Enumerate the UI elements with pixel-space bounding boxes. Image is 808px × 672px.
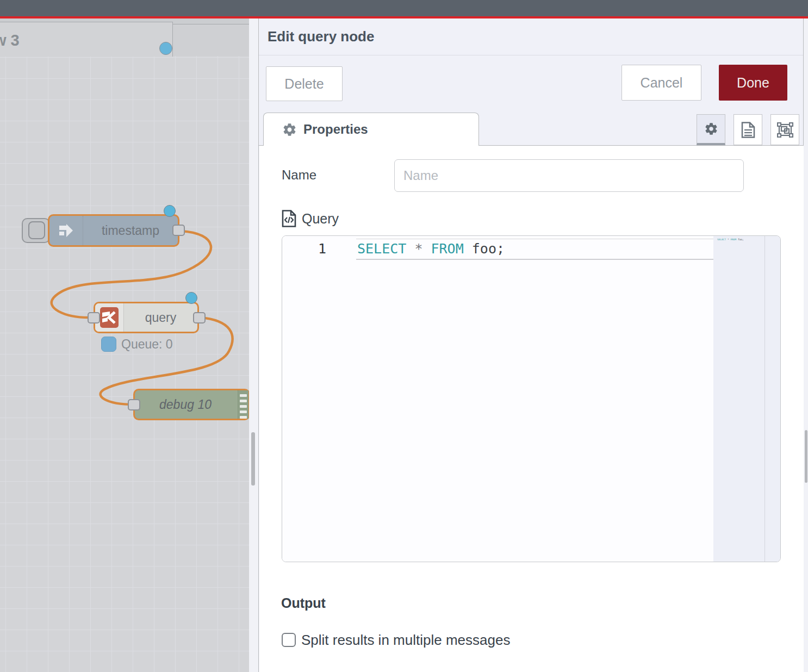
sql-identifier: foo; (472, 241, 505, 257)
delete-button[interactable]: Delete (266, 66, 343, 101)
editor-code-line[interactable]: SELECT * FROM foo; (357, 241, 505, 257)
sql-code-editor[interactable]: 1 SELECT * FROM foo; SELECT * FROM foo; (282, 235, 781, 562)
split-results-checkbox[interactable] (282, 633, 296, 647)
file-code-icon (282, 210, 296, 227)
object-group-icon (777, 122, 793, 138)
inject-button[interactable] (22, 218, 50, 243)
editor-minimap[interactable]: SELECT * FROM foo; (713, 236, 765, 562)
mysql-icon (100, 307, 119, 328)
editor-line-number: 1 (318, 241, 326, 257)
query-field-label: Query (282, 210, 339, 227)
gear-icon (704, 122, 718, 136)
node-query-label: query (124, 303, 197, 332)
node-timestamp-label: timestamp (83, 216, 178, 245)
query-label: Query (302, 211, 339, 227)
tab-properties-label: Properties (303, 122, 368, 137)
dialog-header: Edit query node (259, 18, 803, 55)
node-red-app: w 3 timestamp (0, 0, 808, 672)
wires-layer (0, 0, 249, 672)
debug-input-port[interactable] (128, 399, 140, 410)
editor-gutter: 1 (282, 236, 353, 562)
editor-scrollbar-track[interactable] (765, 236, 781, 562)
query-output-port[interactable] (193, 312, 206, 323)
cancel-button[interactable]: Cancel (621, 65, 701, 101)
tab-properties[interactable]: Properties (263, 113, 479, 146)
node-query[interactable]: query (94, 302, 199, 333)
minimap-code-line: SELECT * FROM foo; (717, 238, 744, 240)
debug-icon-bar (240, 416, 247, 419)
sql-keyword: SELECT (357, 241, 406, 257)
workspace-scrollbar-track[interactable] (249, 18, 258, 672)
window-scrollbar-thumb[interactable] (805, 430, 807, 483)
node-debug-label: debug 10 (135, 390, 236, 419)
debug-icon-region (238, 390, 248, 419)
dialog-title: Edit query node (268, 28, 374, 45)
done-button[interactable]: Done (719, 65, 787, 101)
split-results-label: Split results in multiple messages (301, 632, 510, 649)
flow-workspace: w 3 timestamp (0, 0, 249, 672)
query-status-text: Queue: 0 (121, 337, 173, 352)
timestamp-output-port[interactable] (172, 225, 185, 236)
workspace-scrollbar-thumb[interactable] (251, 432, 255, 486)
description-tab-button[interactable] (734, 114, 762, 145)
document-icon (741, 122, 755, 138)
inject-icon-region (49, 216, 83, 245)
edit-node-dialog: Edit query node Delete Cancel Done Prope… (258, 18, 804, 672)
inject-button-inner (28, 221, 45, 239)
name-label: Name (282, 167, 316, 183)
name-input[interactable] (394, 159, 744, 192)
sql-keyword: FROM (431, 241, 464, 257)
debug-icon-bar (240, 400, 247, 402)
inject-arrow-icon (59, 224, 73, 237)
output-section-label: Output (281, 595, 326, 611)
query-status-dot (101, 337, 116, 352)
timestamp-changed-dot (164, 205, 176, 217)
sql-operator: * (414, 241, 422, 257)
gear-icon (282, 122, 297, 137)
debug-icon-bar (240, 410, 247, 413)
debug-icon-bar (240, 405, 247, 408)
query-input-port[interactable] (88, 312, 100, 323)
appearance-tab-button[interactable] (770, 114, 799, 145)
window-scrollbar-track[interactable] (804, 18, 808, 672)
properties-tab-button[interactable] (697, 114, 725, 145)
node-timestamp[interactable]: timestamp (48, 214, 179, 247)
query-changed-dot (185, 292, 197, 304)
node-debug[interactable]: debug 10 (133, 389, 249, 420)
properties-form: Name Query 1 SELECT * FROM foo; (259, 146, 804, 672)
debug-icon-bar (240, 394, 247, 397)
